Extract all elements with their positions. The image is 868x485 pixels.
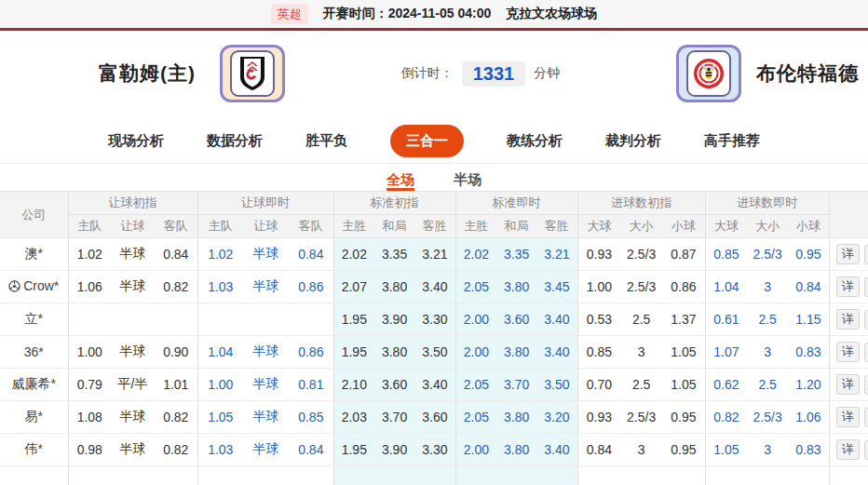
odds-cell: 0.83 (788, 336, 829, 369)
sub-tabs: 全场半场 (0, 163, 868, 191)
odds-cell: 3 (747, 336, 788, 369)
action-cell: 详 (829, 434, 868, 466)
detail-button[interactable]: 详 (836, 407, 860, 427)
odds-cell: 0.62 (705, 369, 747, 401)
detail-button[interactable]: 详 (836, 309, 860, 330)
odds-cell: 2.5/3 (620, 271, 662, 303)
nav-tab-1[interactable]: 数据分析 (207, 132, 263, 150)
odds-cell: 1.03 (197, 434, 243, 466)
odds-cell (620, 466, 662, 485)
odds-cell: 平/半 (111, 369, 155, 401)
more-button-partial[interactable] (864, 375, 868, 395)
brentford-crest-icon (686, 50, 731, 97)
odds-cell: 3.21 (414, 238, 455, 271)
match-header: 富勒姆(主) 倒计时： 1331 分钟 (0, 31, 868, 116)
odds-cell (68, 303, 111, 336)
countdown: 倒计时： 1331 分钟 (285, 61, 676, 87)
odds-cell: 3.80 (496, 401, 536, 434)
nav-tab-6[interactable]: 高手推荐 (704, 132, 760, 150)
odds-cell: 3 (747, 271, 788, 303)
odds-cell: 0.93 (577, 238, 620, 271)
odds-cell: 半球 (111, 238, 155, 271)
detail-button[interactable]: 详 (836, 374, 860, 395)
odds-cell: 0.61 (705, 303, 747, 336)
odds-cell: 0.86 (662, 271, 705, 303)
odds-cell: 3.90 (374, 303, 414, 336)
odds-cell: 0.53 (577, 303, 620, 336)
odds-cell: 1.04 (197, 336, 243, 369)
nav-tab-3[interactable]: 三合一 (390, 125, 464, 157)
odds-cell: 2.00 (455, 434, 496, 466)
odds-cell: 3 (620, 434, 662, 466)
odds-cell: 2.05 (455, 271, 496, 303)
odds-cell: 3.50 (414, 336, 455, 369)
odds-table-body: 澳*1.02半球0.841.02半球0.842.023.353.212.023.… (0, 238, 868, 485)
detail-button[interactable]: 详 (836, 439, 860, 460)
odds-cell: 1.05 (705, 434, 747, 466)
odds-cell: 0.86 (289, 336, 333, 369)
table-row: 易*1.08半球0.821.05半球0.852.033.703.602.053.… (0, 401, 868, 434)
odds-cell (496, 466, 536, 485)
odds-cell: 3.90 (374, 434, 414, 466)
odds-cell (243, 303, 289, 336)
home-team-badge (220, 45, 285, 102)
odds-cell: 2.5 (620, 303, 662, 336)
odds-cell: 0.84 (289, 434, 333, 466)
nav-tab-0[interactable]: 现场分析 (108, 132, 164, 150)
odds-cell: 3.50 (536, 369, 577, 401)
action-cell: 详 (829, 238, 868, 271)
more-button-partial[interactable] (864, 408, 868, 427)
action-cell: 详 (829, 303, 868, 336)
more-button-partial[interactable] (864, 440, 868, 460)
odds-cell: 1.95 (333, 434, 374, 466)
odds-cell: 1.00 (577, 271, 620, 303)
more-button-partial[interactable] (864, 277, 868, 297)
odds-cell: 0.82 (155, 401, 197, 434)
group-header-1: 让球即时 (197, 192, 333, 215)
odds-cell: 0.93 (577, 401, 620, 434)
odds-cell (374, 466, 414, 485)
detail-button[interactable]: 详 (836, 244, 860, 264)
odds-cell: 3.40 (536, 303, 577, 336)
odds-cell: 0.87 (662, 238, 705, 271)
more-button-partial[interactable] (864, 343, 868, 362)
odds-cell: 2.05 (455, 401, 496, 434)
page: 英超 开赛时间：2024-11-05 04:00 克拉文农场球场 富勒姆(主) (0, 0, 868, 485)
col-header: 主胜 (333, 215, 374, 238)
nav-tab-2[interactable]: 胜平负 (305, 132, 347, 150)
odds-cell: 半球 (243, 401, 289, 434)
col-header: 让球 (111, 215, 155, 238)
odds-cell: 2.02 (333, 238, 374, 271)
odds-cell (68, 466, 111, 485)
nav-tab-5[interactable]: 裁判分析 (605, 132, 661, 150)
odds-cell: 2.07 (333, 271, 374, 303)
detail-button[interactable]: 详 (836, 342, 860, 362)
action-cell: 详 (829, 369, 868, 401)
more-button-partial[interactable] (864, 310, 868, 330)
company-cell: 威廉希* (0, 369, 68, 401)
odds-cell: 3.20 (536, 401, 577, 434)
odds-cell: 2.02 (455, 238, 496, 271)
odds-cell: 3.30 (414, 434, 455, 466)
table-row: 澳*1.02半球0.841.02半球0.842.023.353.212.023.… (0, 238, 868, 271)
odds-cell: 2.10 (333, 369, 374, 401)
nav-tab-4[interactable]: 教练分析 (507, 132, 563, 150)
odds-cell: 0.95 (662, 401, 705, 434)
kickoff-label: 开赛时间： (323, 6, 388, 20)
odds-cell: 3.80 (496, 434, 536, 466)
action-header (829, 192, 868, 238)
detail-button[interactable]: 详 (836, 276, 860, 297)
odds-cell: 3.35 (496, 238, 536, 271)
odds-cell (577, 466, 620, 485)
fulham-crest-icon (230, 50, 275, 97)
odds-cell (111, 303, 155, 336)
sub-tab-0[interactable]: 全场 (387, 171, 414, 191)
col-header: 客胜 (536, 215, 577, 238)
countdown-unit: 分钟 (534, 65, 560, 82)
more-button-partial[interactable] (864, 245, 868, 264)
col-header: 大小 (620, 215, 662, 238)
col-header: 主队 (197, 215, 243, 238)
sub-tab-1[interactable]: 半场 (454, 171, 481, 191)
col-header: 让球 (243, 215, 289, 238)
odds-cell: 3.40 (414, 271, 455, 303)
